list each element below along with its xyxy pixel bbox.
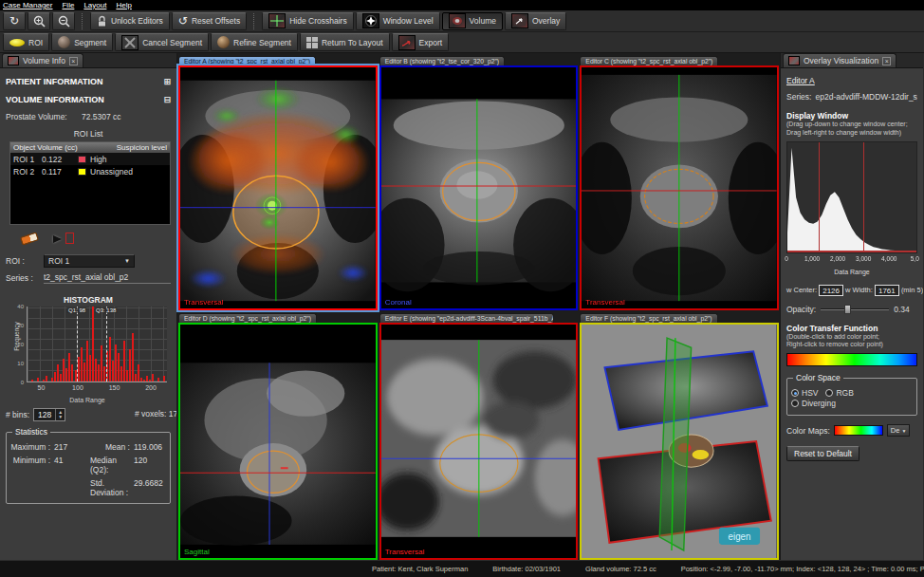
segment-icon [58,36,70,48]
color-maps-dropdown[interactable]: De ▼ [887,424,911,437]
q1-label: Q1: 98 [67,307,86,313]
export-button[interactable]: Export [392,33,450,51]
rp-series-value: ep2d-advdiff-MDDW-12dir_spair_511b_ [815,92,917,102]
segment-button[interactable]: Segment [51,33,113,51]
opacity-slider-handle[interactable] [844,305,851,314]
orientation-label: Transversal [184,298,224,307]
viewport-editor-c[interactable]: Transversal [580,65,779,310]
q1-line [77,307,78,382]
opacity-slider[interactable] [821,305,889,314]
chevron-down-icon: ▼ [901,428,906,434]
reset-offsets-button[interactable]: ↺ Reset Offsets [172,12,247,30]
cancel-segment-icon [121,35,139,50]
window-level-icon [362,13,379,28]
left-panel-tabstrip: Volume Info × [0,53,176,68]
viewport-editor-d[interactable]: Sagittal [178,323,378,560]
orientation-label: Transversal [585,298,625,307]
volume-info-tab-icon [8,56,19,65]
menu-layout[interactable]: Layout [83,1,106,9]
editor-a-link[interactable]: Editor A [786,76,815,85]
close-icon[interactable]: × [882,57,891,65]
mri-coronal-image [381,67,577,308]
zoom-in-button[interactable] [28,12,50,30]
display-window-hint2: Drag left-right to change window width) [786,129,917,138]
unlock-editors-button[interactable]: Unlock Editors [90,12,170,30]
roi-table-header[interactable]: Object Volume (cc) Suspicion level [10,142,170,153]
refine-segment-button[interactable]: Refine Segment [211,33,298,51]
window-center-input[interactable]: 2126 [819,285,843,296]
tab-editor-d[interactable]: Editor D (showing "t2_spc_rst_axial obl_… [178,313,317,323]
reset-to-default-button[interactable]: Reset to Default [786,446,859,461]
opacity-label: Opacity: [786,305,816,314]
status-position: Position: <-2.99, -7.00, -11.70> mm; Ind… [681,565,924,573]
window-width-min-hint: (min 5) [901,286,923,294]
color-transfer-gradient[interactable] [786,353,917,366]
roi-table-row[interactable]: ROI 20.117Unassigned [10,165,170,177]
volume-button[interactable]: Volume [442,12,503,30]
roi-tools [21,231,176,246]
menu-file[interactable]: File [62,1,74,9]
toolbar-segment: ROI Segment Cancel Segment Refine Segmen… [0,32,924,53]
export-label: Export [419,38,443,47]
color-space-title: Color Space [793,373,843,382]
viewport-editor-f[interactable]: eigen [580,323,779,560]
color-space-radio-diverging[interactable]: Diverging [791,399,836,408]
zoom-out-button[interactable] [52,12,75,30]
window-level-label: Window Level [383,16,434,26]
assign-suspicion-icon[interactable] [53,233,74,245]
mri-axial-overlay-image [180,67,376,308]
collapse-icon[interactable]: ⊟ [163,95,171,104]
viewport-editor-e[interactable]: Transversal [379,323,579,560]
tab-editor-a[interactable]: Editor A (showing "t2_spc_rst_axial obl_… [178,56,316,65]
std-deviation-value: 29.6682 [134,478,166,497]
color-space-radio-rgb[interactable]: RGB [825,388,853,398]
roi-list-label: ROI List [0,129,176,139]
tab-editor-e[interactable]: Editor E (showing "ep2d-advdiff-3Scan-4b… [379,313,555,323]
window-min-line[interactable] [819,142,820,252]
rp-series-label: Series: [786,92,811,102]
menu-case-manager[interactable]: Case Manager [3,1,52,9]
export-icon [398,35,416,50]
patient-information-header[interactable]: PATIENT INFORMATION [6,77,103,86]
viewport-editor-a[interactable]: Transversal [178,65,378,310]
display-window-histogram[interactable] [786,141,917,253]
menu-help[interactable]: Help [116,1,131,9]
reset-view-button[interactable]: ↻ [3,12,26,30]
histogram-x-ticks: 50100150200 [27,384,167,393]
window-max-line[interactable] [863,142,864,252]
roi-table-row[interactable]: ROI 10.122High [10,153,170,165]
roi-color-swatch [78,168,86,176]
median-value: 120 [134,456,166,475]
tab-editor-b[interactable]: Editor B (showing "t2_tse_cor_320_p2") [379,56,505,65]
refine-segment-icon [217,36,230,48]
cancel-segment-button[interactable]: Cancel Segment [115,33,209,51]
ctf-title: Color Transfer Function [786,324,917,333]
volume-info-panel: Volume Info × PATIENT INFORMATION ⊞ VOLU… [0,53,177,560]
spinner-arrows-icon[interactable]: ▲▼ [55,409,65,420]
return-to-layout-button[interactable]: Return To Layout [300,33,390,51]
tab-editor-c[interactable]: Editor C (showing "t2_spc_rst_axial obl_… [580,56,718,65]
volume-info-tab[interactable]: Volume Info × [2,53,83,67]
bins-spinbox[interactable]: 128 ▲▼ [33,408,65,421]
reset-offsets-icon: ↺ [178,15,188,27]
color-space-radio-hsv[interactable]: HSV [791,388,818,398]
series-value: t2_spc_rst_axial obl_p2 [44,272,171,284]
viewport-editor-b[interactable]: Coronal [379,65,579,310]
volume-icon [449,13,466,28]
eraser-icon[interactable] [20,232,39,245]
overlay-button[interactable]: Overlay [505,12,566,30]
window-width-input[interactable]: 1761 [875,285,899,296]
volume-information-header[interactable]: VOLUME INFORMATION [6,95,104,104]
overlay-visualization-tab[interactable]: Overlay Visualization × [783,53,896,67]
roi-dropdown[interactable]: ROI 1 ▼ [44,254,135,268]
tab-editor-f[interactable]: Editor F (showing "t2_spc_rst_axial obl_… [580,313,717,323]
close-icon[interactable]: × [69,57,78,65]
status-birthdate: Birthdate: 02/03/1901 [492,565,561,573]
roi-button[interactable]: ROI [3,33,49,51]
voxels-count: # voxels: 176 [135,409,177,419]
hide-crosshairs-button[interactable]: Hide Crosshairs [262,12,353,30]
window-baseline [787,251,916,252]
window-level-button[interactable]: Window Level [356,12,440,30]
expand-icon[interactable]: ⊞ [163,77,171,86]
editor-grid: Editor A (showing "t2_spc_rst_axial obl_… [177,53,780,560]
